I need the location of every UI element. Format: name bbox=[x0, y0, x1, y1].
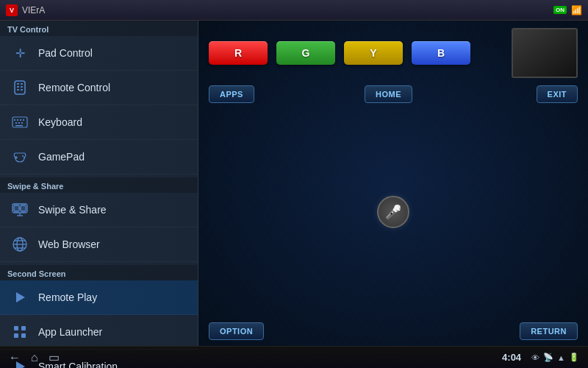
section-tv-control: TV Control bbox=[0, 21, 198, 36]
pad-control-icon: ✛ bbox=[10, 43, 29, 63]
wifi-icon: ▲ bbox=[557, 353, 565, 362]
keyboard-icon bbox=[10, 113, 29, 132]
home-nav-icon[interactable]: ⌂ bbox=[31, 351, 38, 364]
svg-rect-33 bbox=[21, 326, 26, 330]
web-browser-label: Web Browser bbox=[38, 238, 100, 250]
section-swipe-share: Swipe & Share bbox=[0, 177, 198, 193]
sidebar-item-keyboard[interactable]: Keyboard bbox=[0, 105, 198, 140]
sidebar-item-app-launcher[interactable]: App Launcher bbox=[0, 315, 198, 350]
sidebar-item-swipe-share[interactable]: Swipe & Share bbox=[0, 193, 198, 227]
top-action-buttons: APPS HOME EXIT bbox=[198, 82, 588, 106]
eye-icon: 👁 bbox=[531, 353, 539, 362]
svg-rect-22 bbox=[21, 205, 26, 211]
svg-rect-34 bbox=[14, 333, 18, 338]
app-launcher-icon bbox=[10, 322, 29, 342]
app-launcher-label: App Launcher bbox=[38, 326, 102, 338]
svg-rect-35 bbox=[21, 333, 26, 338]
sidebar-item-pad-control[interactable]: ✛ Pad Control bbox=[0, 36, 198, 71]
bottom-action-buttons: OPTION RETURN bbox=[198, 318, 588, 346]
app-title: VIErA bbox=[22, 5, 45, 15]
svg-point-19 bbox=[24, 157, 25, 158]
app-icon: V bbox=[6, 4, 18, 16]
svg-rect-2 bbox=[21, 83, 23, 85]
status-icons: 👁 📡 ▲ 🔋 bbox=[531, 353, 579, 362]
sidebar-item-remote-control[interactable]: Remote Control bbox=[0, 71, 198, 105]
remote-middle bbox=[198, 106, 588, 318]
svg-rect-3 bbox=[17, 86, 19, 88]
wifi-status-icon: 📶 bbox=[571, 5, 582, 15]
main-content: TV Control ✛ Pad Control Remote Control bbox=[0, 21, 588, 346]
svg-rect-21 bbox=[14, 205, 19, 211]
swipe-share-label: Swipe & Share bbox=[38, 204, 107, 216]
svg-rect-11 bbox=[23, 119, 24, 121]
svg-point-18 bbox=[22, 155, 24, 157]
color-buttons-row: R G Y B bbox=[198, 21, 588, 82]
option-button[interactable]: OPTION bbox=[209, 322, 264, 340]
svg-rect-8 bbox=[14, 119, 15, 121]
signal-icon: 📡 bbox=[543, 353, 553, 362]
gamepad-icon bbox=[10, 147, 29, 166]
web-browser-icon bbox=[10, 235, 29, 254]
svg-marker-31 bbox=[16, 292, 25, 302]
mic-button[interactable] bbox=[377, 196, 409, 228]
red-button[interactable]: R bbox=[209, 41, 268, 65]
svg-rect-12 bbox=[15, 122, 17, 124]
tv-preview bbox=[512, 28, 578, 78]
svg-rect-32 bbox=[14, 326, 18, 330]
svg-rect-10 bbox=[20, 119, 21, 121]
keyboard-label: Keyboard bbox=[38, 116, 82, 128]
gamepad-label: GamePad bbox=[38, 151, 85, 163]
apps-button[interactable]: APPS bbox=[209, 85, 254, 103]
svg-rect-0 bbox=[15, 81, 25, 94]
remote-play-label: Remote Play bbox=[38, 291, 97, 303]
svg-rect-6 bbox=[21, 89, 23, 91]
svg-rect-4 bbox=[21, 86, 23, 88]
on-badge: ON bbox=[553, 6, 567, 14]
remote-control-label: Remote Control bbox=[38, 82, 110, 93]
section-second-screen: Second Screen bbox=[0, 265, 198, 280]
swipe-share-icon bbox=[10, 200, 29, 219]
back-icon[interactable]: ← bbox=[9, 351, 21, 364]
exit-button[interactable]: EXIT bbox=[537, 85, 578, 103]
title-bar: V VIErA ON 📶 bbox=[0, 0, 588, 21]
clock: 4:04 bbox=[502, 352, 521, 363]
recents-icon[interactable]: ▭ bbox=[49, 350, 60, 364]
home-button[interactable]: HOME bbox=[365, 85, 412, 103]
sidebar-item-remote-play[interactable]: Remote Play bbox=[0, 280, 198, 315]
sidebar-item-gamepad[interactable]: GamePad bbox=[0, 140, 198, 174]
green-button[interactable]: G bbox=[276, 41, 335, 65]
svg-rect-13 bbox=[18, 122, 20, 124]
sidebar-item-web-browser[interactable]: Web Browser bbox=[0, 227, 198, 262]
remote-control-icon bbox=[10, 78, 29, 97]
svg-rect-1 bbox=[17, 83, 19, 85]
sidebar-item-smart-calibration[interactable]: Smart Calibration bbox=[0, 350, 198, 368]
svg-rect-9 bbox=[17, 119, 18, 121]
svg-rect-14 bbox=[21, 122, 23, 124]
svg-rect-15 bbox=[15, 125, 23, 127]
return-button[interactable]: RETURN bbox=[520, 322, 578, 340]
remote-area: R G Y B APPS HOME EXIT OPTION RETURN bbox=[198, 21, 588, 346]
svg-rect-5 bbox=[17, 89, 19, 91]
sidebar: TV Control ✛ Pad Control Remote Control bbox=[0, 21, 198, 346]
battery-icon: 🔋 bbox=[569, 353, 579, 362]
pad-control-label: Pad Control bbox=[38, 47, 93, 59]
blue-button[interactable]: B bbox=[412, 41, 470, 65]
yellow-button[interactable]: Y bbox=[344, 41, 403, 65]
remote-play-icon bbox=[10, 288, 29, 307]
